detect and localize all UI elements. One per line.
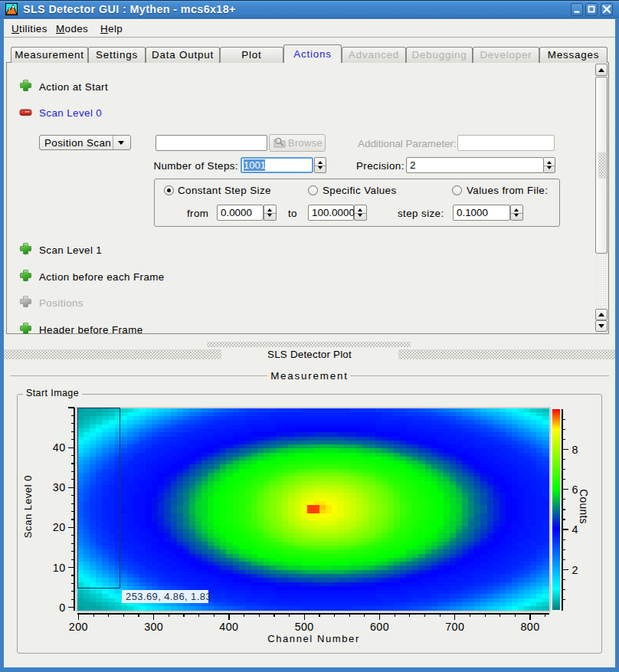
svg-text:400: 400 [219, 621, 238, 633]
svg-text:0: 0 [59, 602, 65, 614]
svg-text:10: 10 [53, 562, 66, 574]
svg-text:4: 4 [572, 523, 578, 536]
svg-text:40: 40 [53, 441, 66, 454]
svg-text:20: 20 [53, 521, 66, 533]
svg-text:200: 200 [69, 621, 88, 633]
svg-text:6: 6 [572, 484, 578, 496]
svg-text:2: 2 [572, 564, 578, 576]
svg-text:700: 700 [445, 621, 464, 633]
svg-text:Channel Number: Channel Number [267, 633, 360, 644]
svg-text:Scan Level 0: Scan Level 0 [22, 475, 34, 538]
svg-text:8: 8 [572, 444, 578, 456]
svg-text:300: 300 [144, 621, 163, 633]
svg-text:30: 30 [53, 481, 66, 493]
svg-text:600: 600 [370, 621, 389, 633]
svg-text:500: 500 [295, 621, 314, 633]
svg-text:Counts: Counts [578, 489, 589, 524]
svg-text:253.69, 4.86, 1.83: 253.69, 4.86, 1.83 [126, 591, 211, 602]
svg-text:800: 800 [520, 621, 539, 633]
